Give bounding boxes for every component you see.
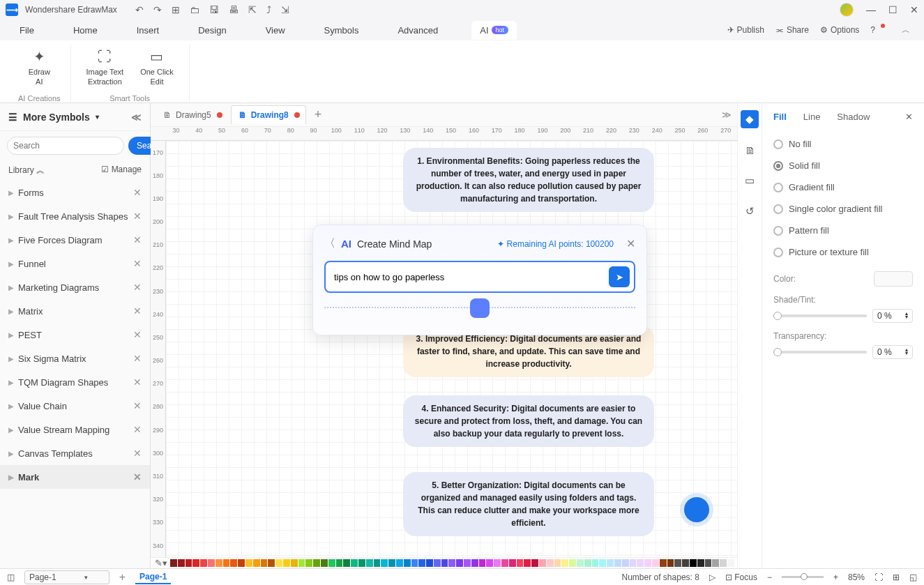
color-swatch[interactable] xyxy=(261,559,268,567)
color-swatch[interactable] xyxy=(381,559,388,567)
edraw-ai-button[interactable]: ✦ Edraw AI xyxy=(23,45,56,90)
color-swatch[interactable] xyxy=(192,559,199,567)
page-selector[interactable]: Page-1 ▾ xyxy=(24,570,109,584)
color-swatch[interactable] xyxy=(660,559,667,567)
maximize-icon[interactable]: ☐ xyxy=(888,4,898,15)
color-swatch[interactable] xyxy=(223,559,230,567)
ai-prompt-input[interactable] xyxy=(334,272,609,282)
page-panel-icon[interactable]: 🗎 xyxy=(741,141,759,159)
color-swatch[interactable] xyxy=(448,559,455,567)
color-swatch[interactable] xyxy=(614,559,621,567)
color-swatch[interactable] xyxy=(178,559,185,567)
color-swatch[interactable] xyxy=(584,559,591,567)
tab-drawing8[interactable]: 🗎 Drawing8 xyxy=(231,105,306,124)
library-item[interactable]: ▶Value Stream Mapping✕ xyxy=(0,418,150,441)
expand-tabs-icon[interactable]: ≫ xyxy=(722,109,732,120)
node-5[interactable]: 5. Better Organization: Digital document… xyxy=(403,472,654,536)
zoom-value[interactable]: 85% xyxy=(848,572,865,582)
color-swatch[interactable] xyxy=(705,559,712,567)
color-swatch[interactable] xyxy=(471,559,478,567)
fit-width-icon[interactable]: ⊞ xyxy=(893,572,900,582)
color-swatch[interactable] xyxy=(531,559,538,567)
color-swatch[interactable] xyxy=(358,559,365,567)
color-swatch[interactable] xyxy=(727,559,734,567)
color-swatch[interactable] xyxy=(388,559,395,567)
avatar[interactable] xyxy=(840,3,854,17)
shade-value[interactable]: 0 %▴▾ xyxy=(872,309,913,323)
color-swatch[interactable] xyxy=(712,559,719,567)
zoom-in-icon[interactable]: + xyxy=(833,572,838,582)
color-swatch[interactable] xyxy=(418,559,425,567)
add-tab-button[interactable]: + xyxy=(309,107,328,122)
outline-panel-icon[interactable]: ▭ xyxy=(741,172,759,190)
menu-view[interactable]: View xyxy=(260,22,291,38)
share-quick-icon[interactable]: ⤴ xyxy=(266,4,271,15)
color-swatch[interactable] xyxy=(298,559,305,567)
menu-insert[interactable]: Insert xyxy=(131,22,165,38)
color-swatch[interactable] xyxy=(517,559,524,567)
color-swatch[interactable] xyxy=(630,559,637,567)
color-swatch[interactable] xyxy=(336,559,343,567)
color-swatch[interactable] xyxy=(667,559,674,567)
color-swatch[interactable] xyxy=(396,559,403,567)
tab-line[interactable]: Line xyxy=(803,112,821,122)
color-swatch[interactable] xyxy=(599,559,606,567)
minimize-icon[interactable]: — xyxy=(866,4,876,15)
color-swatch[interactable] xyxy=(441,559,448,567)
color-swatch[interactable] xyxy=(305,559,312,567)
library-item[interactable]: ▶TQM Diagram Shapes✕ xyxy=(0,370,150,394)
color-swatch[interactable] xyxy=(539,559,546,567)
transparency-value[interactable]: 0 %▴▾ xyxy=(872,345,913,359)
one-click-edit-button[interactable]: ▭ One Click Edit xyxy=(135,45,179,90)
color-swatch[interactable] xyxy=(328,559,335,567)
chatbot-fab[interactable] xyxy=(684,497,709,522)
menu-file[interactable]: File xyxy=(14,22,40,38)
hamburger-icon[interactable]: ☰ xyxy=(8,112,17,123)
library-item[interactable]: ▶Value Chain✕ xyxy=(0,394,150,418)
radio-solid-fill[interactable]: Solid fill xyxy=(773,155,913,176)
node-4[interactable]: 4. Enhanced Security: Digital documents … xyxy=(403,395,654,447)
play-icon[interactable]: ▷ xyxy=(709,572,715,582)
color-swatch[interactable] xyxy=(200,559,207,567)
focus-button[interactable]: ⊡ Focus xyxy=(725,572,757,582)
color-swatch[interactable] xyxy=(569,559,576,567)
zoom-slider[interactable] xyxy=(782,576,824,578)
color-swatch[interactable] xyxy=(720,559,727,567)
color-swatch[interactable] xyxy=(554,559,561,567)
zoom-out-icon[interactable]: − xyxy=(767,572,772,582)
color-swatch[interactable] xyxy=(313,559,320,567)
layout-toggle-icon[interactable]: ◫ xyxy=(7,572,15,582)
color-swatch[interactable] xyxy=(245,559,252,567)
color-swatch[interactable] xyxy=(215,559,222,567)
menu-ai[interactable]: AI hot xyxy=(471,21,517,40)
color-swatch[interactable] xyxy=(238,559,245,567)
search-input[interactable] xyxy=(7,137,124,155)
close-icon[interactable]: ✕ xyxy=(910,4,918,15)
panel-close-icon[interactable]: ✕ xyxy=(905,112,913,122)
library-item[interactable]: ▶Six Sigma Matrix✕ xyxy=(0,347,150,370)
save-icon[interactable]: 🖫 xyxy=(209,4,219,15)
radio-pattern-fill[interactable]: Pattern fill xyxy=(773,220,913,241)
share-button[interactable]: ⫘ Share xyxy=(775,25,809,35)
menu-symbols[interactable]: Symbols xyxy=(319,22,365,38)
menu-advanced[interactable]: Advanced xyxy=(392,22,444,38)
color-swatch[interactable] xyxy=(366,559,373,567)
color-swatch[interactable] xyxy=(547,559,554,567)
color-swatch[interactable] xyxy=(524,559,531,567)
export-icon[interactable]: ⇱ xyxy=(248,4,257,15)
page-tab-1[interactable]: Page-1 xyxy=(135,570,171,584)
color-swatch[interactable] xyxy=(652,559,659,567)
send-button[interactable]: ➤ xyxy=(609,266,630,287)
color-swatch[interactable] xyxy=(682,559,689,567)
collapse-icon[interactable]: ≪ xyxy=(131,112,142,123)
library-item[interactable]: ▶Canvas Templates✕ xyxy=(0,441,150,465)
color-swatch[interactable] xyxy=(592,559,599,567)
color-swatch[interactable] xyxy=(404,559,411,567)
back-icon[interactable]: 〈 xyxy=(324,236,335,251)
color-swatch[interactable] xyxy=(170,559,177,567)
radio-gradient-fill[interactable]: Gradient fill xyxy=(773,176,913,198)
library-item[interactable]: ▶Funnel✕ xyxy=(0,252,150,275)
library-item[interactable]: ▶Forms✕ xyxy=(0,181,150,204)
add-page-button[interactable]: + xyxy=(119,571,126,584)
help-icon[interactable]: ? xyxy=(870,25,875,35)
